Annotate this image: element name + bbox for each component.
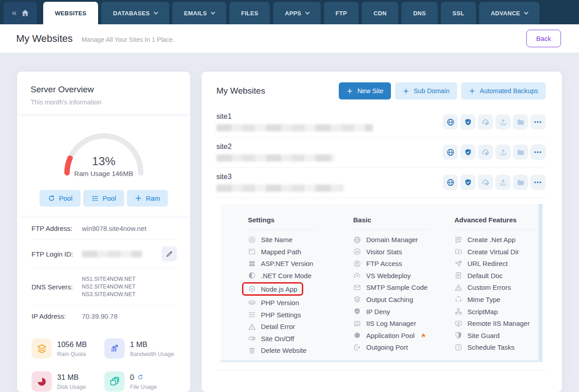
menu-item-schedule-tasks[interactable]: Schedule Tasks <box>454 343 515 351</box>
menu-item-visitor-stats[interactable]: Visitor Stats <box>353 248 402 256</box>
plus-icon <box>135 194 142 202</box>
more-actions-button[interactable]: ••• <box>530 175 546 190</box>
cloud-check-icon <box>481 118 490 126</box>
menu-item-create-net-app[interactable]: Create .Net App <box>454 235 516 244</box>
home-button[interactable] <box>4 2 37 24</box>
site-files-button[interactable] <box>513 175 528 190</box>
menu-item-nodejs-app[interactable]: Node.js App <box>242 282 303 296</box>
tab-ftp[interactable]: FTP <box>324 2 359 24</box>
menu-item-php-version[interactable]: PHP Version <box>248 298 299 307</box>
folder-icon <box>516 178 525 187</box>
globe-icon <box>446 148 455 157</box>
site-files-button[interactable] <box>513 144 528 160</box>
publish-site-button[interactable] <box>495 144 511 160</box>
menu-item-detail-error[interactable]: Detail Error <box>248 322 295 331</box>
site-url-redacted <box>216 185 343 192</box>
pool-settings-button[interactable]: Pool <box>83 190 124 207</box>
doc-tab-icon <box>248 248 256 256</box>
recycle-pool-button[interactable]: Pool <box>40 190 81 207</box>
menu-item-output-caching[interactable]: Output Caching <box>353 295 413 304</box>
site-name[interactable]: site2 <box>216 143 334 151</box>
cloud-status-button[interactable] <box>478 114 493 130</box>
menu-item-mapped-path[interactable]: Mapped Path <box>248 248 301 256</box>
site-name[interactable]: site3 <box>216 173 343 181</box>
menu-item-remote-iis-manager[interactable]: Remote IIS Manager <box>454 319 530 328</box>
more-actions-button[interactable]: ••• <box>530 114 546 130</box>
refresh-icon <box>48 194 55 202</box>
menu-item-default-doc[interactable]: Default Doc <box>454 271 503 280</box>
menu-item-delete-website[interactable]: Delete Website <box>248 346 306 355</box>
site-name[interactable]: site1 <box>216 113 373 121</box>
chevron-down-icon <box>305 10 310 15</box>
publish-site-button[interactable] <box>495 175 511 190</box>
menu-item-application-pool[interactable]: Application Pool <box>353 331 426 340</box>
back-button[interactable]: Back <box>526 30 561 47</box>
menu-item-php-settings[interactable]: PHP Settings <box>248 311 301 319</box>
folder-icon <box>516 148 525 157</box>
tab-databases[interactable]: DATABASES <box>101 2 169 24</box>
menu-item-outgoing-port[interactable]: Outgoing Port <box>353 343 408 351</box>
ram-quota-stat: 1056 MB Ram Quota <box>31 338 104 359</box>
bandwidth-usage-stat: 1 MB Bandwidth Usage <box>104 338 177 359</box>
site-security-button[interactable] <box>460 144 476 160</box>
checklist-icon <box>91 194 99 202</box>
refresh-icon[interactable] <box>137 374 144 380</box>
add-ram-button[interactable]: Ram <box>127 190 168 207</box>
automated-backups-button[interactable]: Automated Backups <box>461 82 546 99</box>
tab-dns[interactable]: DNS <box>401 2 437 24</box>
menu-item-mime-type[interactable]: Mime Type <box>454 295 500 304</box>
tab-websites[interactable]: WEBSITES <box>43 2 98 24</box>
menu-item-site-guard[interactable]: Site Guard <box>454 331 500 340</box>
menu-item-ip-deny[interactable]: IP Deny <box>353 307 390 316</box>
menu-item-scriptmap[interactable]: ScriptMap <box>454 307 498 316</box>
tab-advance[interactable]: ADVANCE <box>479 2 539 24</box>
browse-site-button[interactable] <box>443 114 458 130</box>
menu-item-iis-log-manager[interactable]: IIS Log Manager <box>353 319 416 328</box>
more-actions-button[interactable]: ••• <box>530 144 546 160</box>
tab-cdn[interactable]: CDN <box>362 2 398 24</box>
tab-emails[interactable]: EMAILS <box>172 2 226 24</box>
server-overview-header: Server Overview This month's information <box>17 72 190 114</box>
upload-icon <box>499 118 507 126</box>
browse-site-button[interactable] <box>443 144 458 160</box>
cloud-status-button[interactable] <box>478 144 493 160</box>
site-security-button[interactable] <box>460 175 476 190</box>
upload-icon <box>499 148 507 157</box>
bar-chart-icon <box>104 338 125 359</box>
pencil-icon <box>166 250 173 258</box>
advanced-features-column: Advanced Features Create .Net App Create… <box>454 216 543 360</box>
plus-icon <box>346 88 353 95</box>
menu-item-site-name[interactable]: Site Name <box>248 235 292 244</box>
site-url-redacted <box>216 124 373 131</box>
site-security-button[interactable] <box>460 114 476 130</box>
cloud-status-button[interactable] <box>478 175 493 190</box>
pie-chart-icon <box>31 371 52 392</box>
menu-item-aspnet-version[interactable]: ASP.NET Version <box>248 259 313 268</box>
menu-item-net-core-mode[interactable]: .NET Core Mode <box>248 271 311 280</box>
globe-icon <box>446 118 455 126</box>
site-files-button[interactable] <box>513 114 528 130</box>
new-site-button[interactable]: New Site <box>339 82 391 99</box>
tab-apps[interactable]: APPS <box>273 2 321 24</box>
shield-check-icon <box>464 118 472 126</box>
settings-column: Settings Site Name Mapped Path ASP.NET V… <box>248 216 353 360</box>
edit-ftp-login-button[interactable] <box>162 246 177 261</box>
sub-domain-button[interactable]: Sub Domain <box>395 82 457 99</box>
server-details: FTP Address: win9078.site4now.net FTP Lo… <box>17 217 190 327</box>
browse-site-button[interactable] <box>443 175 458 190</box>
menu-item-domain-manager[interactable]: Domain Manager <box>353 235 418 244</box>
tab-files[interactable]: FILES <box>229 2 270 24</box>
menu-scrollbar[interactable] <box>539 204 543 360</box>
menu-item-url-redirect[interactable]: URL Redirect <box>454 259 507 268</box>
clock-icon <box>454 343 462 351</box>
tab-ssl[interactable]: SSL <box>441 2 476 24</box>
doc-lines-icon <box>454 271 462 279</box>
menu-item-smtp-sample-code[interactable]: SMTP Sample Code <box>353 283 427 292</box>
menu-item-vs-webdeploy[interactable]: VS Webdeploy <box>353 271 411 280</box>
publish-site-button[interactable] <box>495 114 511 130</box>
menu-item-custom-errors[interactable]: Custom Errors <box>454 283 511 292</box>
menu-item-site-on-off[interactable]: Site On/Off <box>248 334 294 343</box>
menu-item-ftp-access[interactable]: FTP Access <box>353 259 402 268</box>
menu-item-create-virtual-dir[interactable]: Create Virtual Dir <box>454 248 519 256</box>
share-nodes-icon <box>454 295 462 303</box>
